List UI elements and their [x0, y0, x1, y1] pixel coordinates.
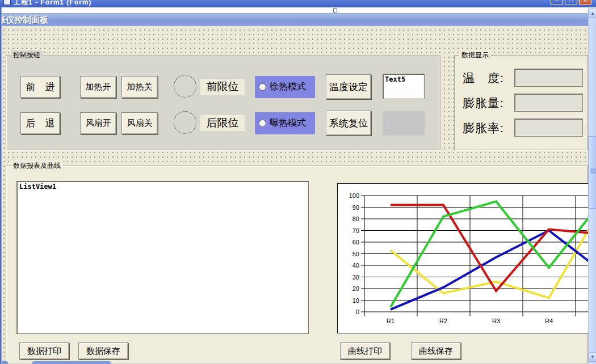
up-arrow-icon: ▲	[590, 11, 595, 16]
form-resize-handle[interactable]	[333, 9, 337, 12]
down-arrow-icon: ▼	[590, 354, 595, 359]
svg-text:R4: R4	[545, 318, 553, 324]
maximize-button[interactable]: □	[565, 0, 577, 5]
fan-off-button[interactable]: 风扇关	[121, 112, 158, 134]
temperature-value-box[interactable]	[514, 69, 583, 87]
curve-chart: 0102030405060708090100R1R2R3R4	[337, 183, 589, 333]
data-display-group: 数据显示 温 度: 膨胀量: 膨胀率:	[454, 55, 588, 150]
text5-input[interactable]: Text5	[383, 74, 425, 99]
front-limit-label: 前限位	[200, 79, 245, 95]
chart-svg: 0102030405060708090100R1R2R3R4	[338, 184, 589, 333]
svg-text:100: 100	[349, 192, 359, 199]
svg-text:0: 0	[356, 308, 359, 315]
burst-heat-mode-label: 曝热模式	[270, 117, 306, 129]
front-limit-indicator-shape	[174, 75, 196, 98]
designer-top-strip	[0, 7, 596, 14]
forward-button[interactable]: 前 进	[20, 76, 60, 98]
scroll-down-button[interactable]: ▼	[589, 352, 596, 362]
status-picture-box	[383, 111, 425, 136]
form-caption-text: 胀仪控制面板	[0, 15, 48, 26]
svg-text:50: 50	[352, 251, 359, 257]
svg-text:R1: R1	[387, 318, 394, 324]
svg-text:90: 90	[352, 204, 359, 211]
report-group-title: 数据报表及曲线	[11, 161, 63, 170]
svg-text:40: 40	[352, 262, 359, 269]
heat-on-button[interactable]: 加热开	[80, 76, 116, 98]
app-icon	[3, 0, 11, 5]
control-buttons-group: 控制按钮 前 进 加热开 加热关 后 退 风扇开 风扇关 前限位 后限位 徐热模…	[6, 55, 440, 150]
expansion-rate-value-box[interactable]	[514, 118, 583, 137]
vertical-scrollbar[interactable]: ▲ ▼	[588, 9, 596, 364]
svg-text:R2: R2	[439, 318, 447, 324]
slow-heat-mode-label: 徐热模式	[270, 81, 306, 93]
rear-limit-indicator-shape	[174, 111, 196, 134]
listview-label: ListView1	[19, 183, 56, 191]
outer-title-bar: 工程1 - Form1 (Form) ─ □ ✕	[0, 0, 596, 7]
expansion-rate-label: 膨胀率:	[463, 120, 504, 136]
rear-limit-label: 后限位	[200, 115, 245, 131]
data-print-button[interactable]: 数据打印	[19, 342, 69, 359]
svg-text:R3: R3	[492, 318, 500, 324]
vb-designer-window: 工程1 - Form1 (Form) ─ □ ✕ 胀仪控制面板 |◀ ◀ Ado…	[0, 0, 596, 364]
report-curves-group: 数据报表及曲线 ListView1 0102030405060708090100…	[6, 166, 588, 363]
thumb-grip-icon	[591, 171, 595, 171]
svg-text:30: 30	[352, 274, 359, 281]
slow-heat-mode-radio[interactable]: 徐热模式	[255, 76, 315, 98]
scroll-up-button[interactable]: ▲	[589, 9, 596, 18]
burst-heat-mode-radio[interactable]: 曝热模式	[255, 112, 315, 134]
window-bottom-edge	[32, 361, 111, 364]
system-reset-button[interactable]: 系统复位	[326, 111, 371, 136]
expansion-amount-value-box[interactable]	[514, 94, 583, 112]
control-group-title: 控制按钮	[11, 50, 43, 60]
back-button[interactable]: 后 退	[20, 112, 60, 134]
svg-text:70: 70	[352, 227, 359, 234]
data-save-button[interactable]: 数据保存	[78, 342, 128, 359]
curve-save-button[interactable]: 曲线保存	[411, 342, 461, 359]
svg-text:20: 20	[352, 285, 359, 292]
radio-circle-icon	[259, 83, 266, 91]
heat-off-button[interactable]: 加热关	[121, 76, 158, 98]
svg-text:10: 10	[352, 297, 359, 304]
window-left-edge	[0, 7, 2, 364]
minimize-button[interactable]: ─	[551, 0, 563, 5]
data-group-title: 数据显示	[459, 50, 491, 60]
scrollbar-thumb[interactable]	[589, 136, 596, 209]
listview[interactable]: ListView1	[16, 181, 309, 334]
svg-text:60: 60	[352, 239, 359, 246]
fan-on-button[interactable]: 风扇开	[80, 112, 116, 134]
form-caption-bar: 胀仪控制面板	[0, 14, 596, 26]
svg-text:80: 80	[352, 215, 359, 222]
form-body: |◀ ◀ Adodc1 ▶ ▶| 控制按钮 前 进 加热开 加热关 后 退 风扇…	[0, 26, 596, 364]
temperature-label: 温 度:	[463, 70, 504, 86]
close-button[interactable]: ✕	[579, 0, 591, 5]
radio-circle-icon	[259, 120, 266, 127]
outer-title-text: 工程1 - Form1 (Form)	[14, 0, 91, 7]
curve-print-button[interactable]: 曲线打印	[340, 342, 390, 359]
expansion-amount-label: 膨胀量:	[463, 95, 504, 111]
temperature-set-button[interactable]: 温度设定	[326, 74, 371, 99]
